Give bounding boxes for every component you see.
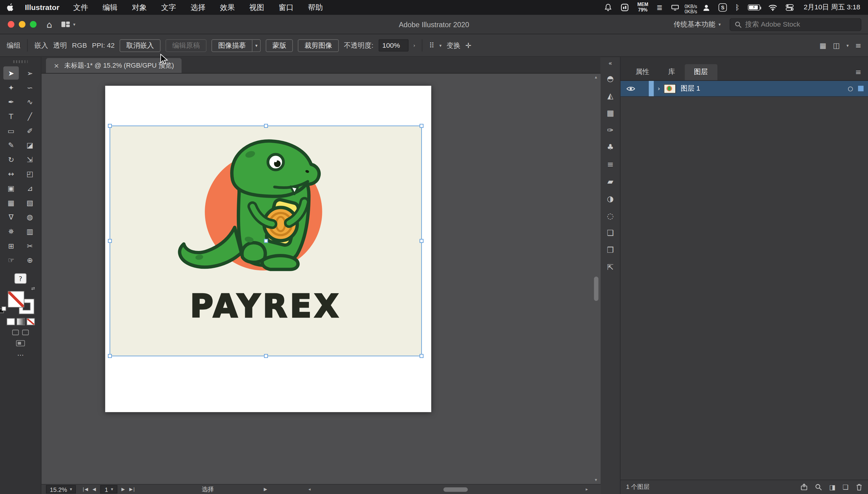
- symbols-panel-icon[interactable]: ♣: [603, 140, 617, 154]
- scroll-down-arrow[interactable]: ▾: [595, 477, 597, 483]
- draw-behind-icon[interactable]: [22, 330, 29, 335]
- hardware-status-icon[interactable]: [671, 4, 679, 11]
- stack-status-icon[interactable]: ≣: [657, 3, 663, 12]
- none-button[interactable]: [27, 319, 34, 325]
- artboard-tool[interactable]: ⊞: [3, 239, 19, 252]
- selection-center-handle[interactable]: [264, 239, 268, 243]
- fill-swatch[interactable]: [8, 291, 23, 307]
- edit-menu[interactable]: 编辑: [103, 2, 117, 12]
- pen-tool[interactable]: ✒: [3, 95, 19, 109]
- shape-builder-tool[interactable]: ▣: [3, 182, 19, 195]
- pencil-tool[interactable]: ✎: [3, 138, 19, 152]
- canvas[interactable]: PAYREX ▴: [41, 74, 600, 484]
- transparency-panel-icon[interactable]: ◑: [603, 192, 617, 205]
- type-tool[interactable]: T: [3, 110, 19, 123]
- selection-handle[interactable]: [419, 354, 423, 358]
- reference-point-dropdown[interactable]: ▾: [439, 43, 441, 48]
- unembed-button[interactable]: 取消嵌入: [119, 39, 161, 52]
- edit-original-button[interactable]: 编辑原稿: [166, 39, 207, 52]
- apple-menu[interactable]: [7, 3, 14, 12]
- swap-fill-stroke-icon[interactable]: ⇄: [31, 286, 35, 291]
- mask-button[interactable]: 蒙版: [266, 39, 293, 52]
- layers-panel-icon[interactable]: ❐: [603, 243, 617, 256]
- wifi-icon[interactable]: [768, 4, 777, 11]
- color-button[interactable]: [7, 319, 14, 325]
- search-input[interactable]: [745, 21, 856, 28]
- selection-handle[interactable]: [264, 124, 268, 128]
- collect-for-export-icon[interactable]: [800, 483, 808, 491]
- zoom-tool[interactable]: ⊕: [22, 253, 37, 267]
- scale-tool[interactable]: ⇲: [22, 153, 37, 166]
- bluetooth-icon[interactable]: ᛒ: [735, 3, 739, 12]
- selection-handle[interactable]: [108, 124, 112, 128]
- eraser-tool[interactable]: ◪: [22, 138, 37, 152]
- network-status[interactable]: 0KB/s 0KB/s: [688, 4, 694, 11]
- zoom-level-control[interactable]: 15.2% ▾: [46, 485, 76, 493]
- help-tool[interactable]: ?: [15, 273, 26, 284]
- crop-image-button[interactable]: 裁剪图像: [298, 39, 339, 52]
- fill-stroke-control[interactable]: ⇄: [7, 290, 34, 314]
- horizontal-scroll-thumb[interactable]: [444, 487, 468, 492]
- window-menu[interactable]: 窗口: [279, 2, 293, 12]
- toolbar-grip[interactable]: [13, 60, 28, 63]
- curvature-tool[interactable]: ∿: [22, 95, 37, 109]
- scroll-up-arrow[interactable]: ▴: [595, 75, 597, 80]
- artboard-number-field[interactable]: 1 ▾: [100, 485, 117, 493]
- new-layer-icon[interactable]: ❏: [843, 483, 849, 491]
- battery-icon[interactable]: ⚡: [748, 4, 760, 11]
- panel-toggle-dropdown[interactable]: ▾: [847, 43, 849, 48]
- layers-tab[interactable]: 图层: [684, 64, 717, 80]
- mesh-tool[interactable]: ▦: [3, 196, 19, 209]
- opacity-options-button[interactable]: ›: [413, 42, 415, 48]
- make-clip-mask-icon[interactable]: ◨: [829, 483, 835, 491]
- notification-bell-icon[interactable]: [604, 3, 612, 12]
- gradient-button[interactable]: [17, 319, 24, 325]
- swatches-panel-icon[interactable]: ▦: [603, 106, 617, 119]
- transform-link[interactable]: 变换: [447, 41, 460, 50]
- layer-target-icon[interactable]: ○: [848, 85, 853, 92]
- layer-visibility-toggle[interactable]: [625, 86, 637, 92]
- first-artboard-button[interactable]: |◀: [83, 487, 89, 492]
- workspace-switcher[interactable]: 传统基本功能 ▾: [674, 20, 721, 29]
- selection-handle[interactable]: [419, 124, 423, 128]
- document-arrangement-button[interactable]: ▾: [61, 21, 76, 28]
- eyedropper-tool[interactable]: ∇: [3, 210, 19, 224]
- scroll-right-arrow[interactable]: ▸: [586, 487, 588, 492]
- draw-normal-icon[interactable]: [12, 330, 19, 335]
- rotate-tool[interactable]: ↻: [3, 153, 19, 166]
- type-menu[interactable]: 文字: [161, 2, 176, 12]
- appearance-panel-icon[interactable]: ▰: [603, 175, 617, 188]
- brushes-panel-icon[interactable]: ✑: [603, 124, 617, 137]
- opacity-value-field[interactable]: 100%: [378, 39, 408, 51]
- magic-wand-tool[interactable]: ✦: [3, 81, 19, 94]
- delete-layer-icon[interactable]: [856, 483, 863, 491]
- status-app-icon[interactable]: [621, 3, 629, 12]
- selection-handle[interactable]: [108, 239, 112, 243]
- spotify-icon[interactable]: S: [718, 3, 727, 12]
- width-tool[interactable]: ↔: [3, 167, 19, 180]
- rectangle-tool[interactable]: ▭: [3, 124, 19, 137]
- close-document-icon[interactable]: ×: [54, 62, 59, 70]
- next-artboard-button[interactable]: ▶: [121, 487, 125, 492]
- object-menu[interactable]: 对象: [132, 2, 147, 12]
- layer-thumbnail[interactable]: [664, 84, 676, 93]
- column-graph-tool[interactable]: ▥: [22, 225, 37, 238]
- horizontal-scrollbar[interactable]: ◂ ▸: [308, 486, 588, 493]
- hand-tool[interactable]: ☞: [3, 253, 19, 267]
- layer-name[interactable]: 图层 1: [680, 84, 700, 93]
- blend-tool[interactable]: ◍: [22, 210, 37, 224]
- previous-artboard-button[interactable]: ◀: [92, 487, 96, 492]
- vertical-scroll-thumb[interactable]: [594, 277, 598, 301]
- image-trace-dropdown[interactable]: ▾: [252, 39, 261, 52]
- status-flyout-arrow[interactable]: ▶: [264, 487, 267, 492]
- selection-handle[interactable]: [264, 354, 268, 358]
- properties-tab[interactable]: 属性: [626, 64, 659, 80]
- gradient-tool[interactable]: ▧: [22, 196, 37, 209]
- free-transform-tool[interactable]: ◰: [22, 167, 37, 180]
- gradient-panel-icon[interactable]: ◭: [603, 89, 617, 102]
- vertical-scrollbar[interactable]: ▴ ▾: [592, 75, 600, 483]
- layer-selected-indicator[interactable]: [858, 86, 864, 91]
- perspective-grid-tool[interactable]: ⊿: [22, 182, 37, 195]
- help-menu[interactable]: 帮助: [308, 2, 323, 12]
- arrange-documents-icon[interactable]: ▦: [820, 41, 827, 49]
